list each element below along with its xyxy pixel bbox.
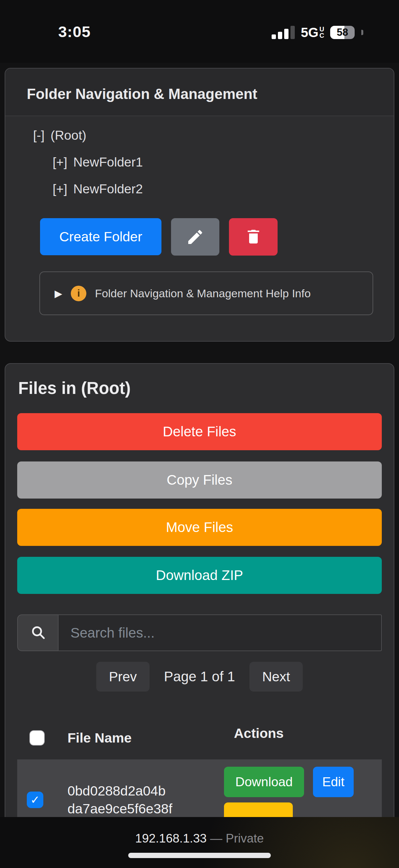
help-label[interactable]: Folder Navigation & Management Help Info bbox=[95, 287, 311, 300]
search-icon bbox=[30, 624, 46, 642]
next-page-button[interactable]: Next bbox=[250, 662, 302, 691]
select-all-checkbox[interactable] bbox=[29, 730, 45, 745]
rename-folder-button[interactable] bbox=[171, 218, 219, 255]
info-icon: i bbox=[71, 286, 86, 301]
actions-column-header: Actions bbox=[234, 726, 284, 741]
network-type-label: 5G bbox=[301, 25, 318, 40]
tree-toggle-collapse[interactable]: [-] bbox=[33, 128, 45, 143]
status-time: 3:05 bbox=[52, 23, 97, 41]
delete-folder-button[interactable] bbox=[229, 218, 277, 255]
browser-bottom-bar: 192.168.1.33 — Private bbox=[0, 817, 399, 868]
folder-card-body: [-] (Root) [+] NewFolder1 [+] NewFolder2… bbox=[5, 116, 394, 341]
file-name-cell: 0bd0288d2a04b da7ae9ce5f6e38f bbox=[67, 782, 208, 818]
copy-files-button[interactable]: Copy Files bbox=[17, 462, 382, 499]
edit-file-button[interactable]: Edit bbox=[313, 767, 354, 797]
folder-navigation-card: Folder Navigation & Management [-] (Root… bbox=[5, 68, 394, 342]
download-zip-button[interactable]: Download ZIP bbox=[17, 557, 382, 594]
folder-card-header: Folder Navigation & Management bbox=[5, 68, 394, 116]
address-bar[interactable]: 192.168.1.33 — Private bbox=[0, 832, 399, 845]
network-type-indicator: 5G U C bbox=[301, 25, 324, 40]
checkmark-icon: ✓ bbox=[30, 793, 40, 806]
tree-label-newfolder1[interactable]: NewFolder1 bbox=[73, 155, 142, 169]
disclosure-triangle-icon[interactable]: ▶ bbox=[55, 288, 62, 299]
folder-tree: [-] (Root) [+] NewFolder1 [+] NewFolder2 bbox=[23, 128, 383, 196]
files-card-title: Files in (Root) bbox=[18, 378, 382, 398]
page-indicator: Page 1 of 1 bbox=[164, 669, 235, 685]
pencil-icon bbox=[186, 228, 204, 246]
tree-toggle-expand[interactable]: [+] bbox=[53, 182, 67, 196]
home-indicator[interactable] bbox=[128, 853, 271, 858]
battery-icon: 58 bbox=[330, 26, 355, 39]
file-search bbox=[17, 614, 382, 651]
trash-icon bbox=[245, 228, 262, 246]
files-card: Files in (Root) Delete Files Copy Files … bbox=[5, 363, 394, 866]
network-subtype-label: U C bbox=[320, 26, 324, 39]
row-checkbox[interactable]: ✓ bbox=[27, 792, 43, 808]
search-input[interactable] bbox=[58, 614, 382, 651]
move-files-button[interactable]: Move Files bbox=[17, 509, 382, 546]
tree-label-newfolder2[interactable]: NewFolder2 bbox=[73, 182, 142, 196]
status-icons: 5G U C 58 bbox=[272, 20, 363, 45]
file-name-column-header: File Name bbox=[67, 730, 208, 746]
battery-nub bbox=[361, 30, 363, 35]
tree-item-root[interactable]: [-] (Root) bbox=[33, 128, 383, 143]
tree-item-newfolder1[interactable]: [+] NewFolder1 bbox=[53, 155, 383, 169]
file-table-header: File Name Actions bbox=[17, 725, 382, 751]
status-bar: 3:05 5G U C 58 bbox=[0, 0, 399, 63]
pagination: Prev Page 1 of 1 Next bbox=[17, 662, 382, 691]
url-host[interactable]: 192.168.1.33 bbox=[135, 832, 207, 845]
help-disclosure[interactable]: ▶ i Folder Navigation & Management Help … bbox=[39, 272, 373, 315]
folder-actions-row: Create Folder bbox=[40, 218, 383, 255]
download-file-button[interactable]: Download bbox=[224, 767, 304, 797]
search-icon-addon bbox=[17, 614, 58, 651]
tree-label-root[interactable]: (Root) bbox=[51, 128, 86, 143]
tree-item-newfolder2[interactable]: [+] NewFolder2 bbox=[53, 182, 383, 196]
folder-card-title: Folder Navigation & Management bbox=[27, 86, 380, 102]
delete-files-button[interactable]: Delete Files bbox=[17, 413, 382, 450]
privacy-label: — Private bbox=[210, 832, 264, 845]
prev-page-button[interactable]: Prev bbox=[96, 662, 149, 691]
create-folder-button[interactable]: Create Folder bbox=[40, 218, 162, 255]
cellular-signal-icon bbox=[272, 26, 295, 39]
tree-toggle-expand[interactable]: [+] bbox=[53, 155, 67, 169]
battery-percent: 58 bbox=[330, 26, 355, 39]
iphone-screen: 3:05 5G U C 58 Folder Navigation & Manag… bbox=[0, 0, 399, 868]
